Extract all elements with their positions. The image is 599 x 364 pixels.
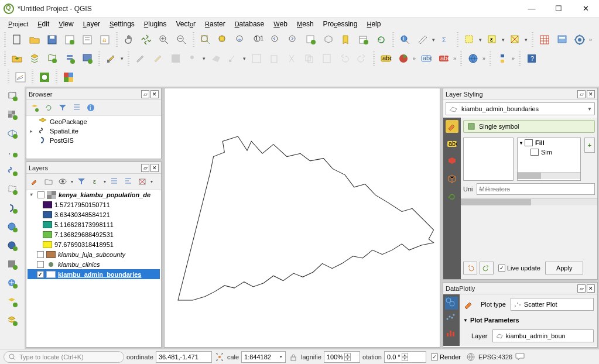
refresh-button[interactable]	[373, 32, 389, 48]
new-spatialite-button[interactable]	[61, 50, 78, 67]
layers-tree[interactable]: ▾kenya_kiambu_population_de 1.5721795015…	[26, 190, 161, 347]
menu-project[interactable]: Project	[4, 18, 33, 30]
highlight-labels-button[interactable]: abc	[418, 50, 434, 67]
masks-tab[interactable]	[446, 155, 458, 168]
new-print-layout-button[interactable]	[61, 32, 78, 48]
layer-kenya-kiambu-population[interactable]: ▾kenya_kiambu_population_de	[28, 190, 160, 200]
deselect-button[interactable]	[507, 32, 523, 48]
edit-attrs-button[interactable]	[248, 50, 265, 67]
measure-dropdown[interactable]: ▾	[432, 37, 435, 43]
menu-vector[interactable]: Vector	[172, 18, 200, 30]
select-value-dropdown[interactable]: ▾	[502, 37, 505, 43]
menu-database[interactable]: Database	[230, 18, 269, 30]
new-geopackage-button[interactable]	[26, 50, 43, 67]
add-virtual-layer-button[interactable]	[3, 181, 22, 198]
browser-item-postgis[interactable]: PostGIS	[28, 136, 160, 145]
rotation-field[interactable]: 0.0 °▲▼	[384, 351, 426, 363]
layer-toggle[interactable]	[37, 251, 44, 258]
add-xyz-layer-button[interactable]	[3, 238, 22, 254]
menu-processing[interactable]: Processing	[319, 18, 362, 30]
layers-expression-button[interactable]: ε	[90, 176, 101, 187]
browser-undock-button[interactable]: ▱	[141, 90, 149, 98]
toggle-extents-button[interactable]	[214, 352, 225, 362]
current-edits-button[interactable]	[103, 50, 119, 67]
menu-web[interactable]: Web	[269, 18, 292, 30]
save-project-button[interactable]	[44, 32, 60, 48]
layers-remove-button[interactable]	[136, 176, 148, 187]
layers-collapse-button[interactable]	[122, 176, 134, 187]
zoom-out-button[interactable]	[173, 32, 190, 48]
labels-more[interactable]: »	[453, 56, 456, 61]
menu-edit[interactable]: Edit	[33, 18, 54, 30]
magnifier-field[interactable]: 100%▲▼	[324, 351, 360, 363]
browser-add-button[interactable]	[29, 102, 40, 114]
3d-tab[interactable]	[446, 173, 458, 186]
add-wcs-layer-button[interactable]	[3, 256, 22, 273]
scale-field[interactable]: 1:844182▼	[241, 351, 286, 363]
zoom-native-button[interactable]: 1:1	[250, 32, 266, 48]
quick-osm-button[interactable]	[36, 69, 53, 85]
class-5[interactable]: 97.67690318418951	[28, 239, 160, 249]
layers-undock-button[interactable]: ▱	[141, 164, 149, 172]
python-button[interactable]	[494, 50, 511, 67]
menu-plugins[interactable]: Plugins	[139, 18, 172, 30]
history-tab[interactable]	[446, 190, 458, 203]
layer-kiambu-admin-boundaries[interactable]: ✓kiambu_admin_boundaries	[28, 269, 160, 279]
python-more[interactable]: »	[512, 56, 515, 61]
add-gpkg-layer-button[interactable]	[3, 313, 22, 329]
class-1[interactable]: 1.57217950150711	[28, 200, 160, 210]
copy-button[interactable]	[301, 50, 317, 67]
layer-toggle[interactable]	[37, 191, 45, 198]
attribute-table-button[interactable]	[536, 32, 553, 48]
class-2[interactable]: 3.63430348584121	[28, 210, 160, 219]
dp-bar-tab[interactable]	[445, 327, 458, 340]
layers-filter-button[interactable]	[76, 176, 87, 187]
browser-filter-button[interactable]	[57, 102, 69, 114]
add-postgis-layer-button[interactable]	[3, 200, 22, 217]
undo-style-button[interactable]	[463, 262, 477, 274]
add-symbol-layer-button[interactable]: +	[584, 138, 595, 153]
diagram-button[interactable]	[395, 50, 412, 67]
dataplotly-close-button[interactable]: ✕	[587, 284, 595, 293]
add-mesh-layer-button[interactable]	[3, 125, 22, 142]
labels-tab[interactable]: abc	[446, 138, 458, 150]
plot-parameters-section[interactable]: ▼Plot Parameters	[463, 314, 594, 326]
symbol-mode-combo[interactable]: Single symbol	[463, 120, 595, 133]
pan-button[interactable]	[121, 32, 137, 48]
crs-button[interactable]: EPSG:4326	[478, 353, 512, 360]
menu-mesh[interactable]: Mesh	[292, 18, 319, 30]
style-manager-button[interactable]: a	[97, 32, 113, 48]
new-project-button[interactable]	[9, 32, 25, 48]
select-features-button[interactable]	[461, 32, 478, 48]
help-toolbar-button[interactable]: ?	[523, 50, 540, 67]
add-poly-button[interactable]	[208, 50, 224, 67]
save-edits-button[interactable]	[167, 50, 184, 67]
menu-raster[interactable]: Raster	[200, 18, 230, 30]
undo-button[interactable]	[336, 50, 352, 67]
redo-style-button[interactable]	[480, 262, 494, 274]
close-button[interactable]: ✕	[572, 0, 599, 17]
class-3[interactable]: 5.116628173998111	[28, 219, 160, 229]
class-4[interactable]: 7.136829688492531	[28, 229, 160, 239]
browser-refresh-button[interactable]	[43, 102, 54, 114]
messages-button[interactable]	[515, 352, 526, 362]
layer-kiambu-clinics[interactable]: kiambu_clinics	[28, 259, 160, 269]
layers-visibility-button[interactable]	[57, 176, 69, 187]
layer-toggle[interactable]: ✓	[37, 271, 44, 278]
field-calc-button[interactable]	[554, 32, 570, 48]
menu-layer[interactable]: Layer	[78, 18, 105, 30]
label-button[interactable]: abc	[378, 50, 394, 67]
toolbox-dropdown[interactable]: »	[589, 37, 592, 43]
pan-to-selection-button[interactable]	[138, 32, 155, 48]
layers-expand-button[interactable]	[108, 176, 120, 187]
add-raster-layer-button[interactable]	[3, 107, 22, 123]
new-bookmark-button[interactable]	[338, 32, 354, 48]
browser-item-geopackage[interactable]: GeoPackage	[28, 117, 160, 126]
render-checkbox[interactable]: ✓Render	[431, 353, 461, 360]
delete-button[interactable]	[266, 50, 282, 67]
pencil-button[interactable]	[150, 50, 166, 67]
styling-undock-button[interactable]: ▱	[577, 90, 586, 98]
zoom-full-button[interactable]	[197, 32, 214, 48]
menu-help[interactable]: Help	[362, 18, 385, 30]
styling-layer-combo[interactable]: kiambu_admin_boundaries ▼	[446, 102, 595, 115]
